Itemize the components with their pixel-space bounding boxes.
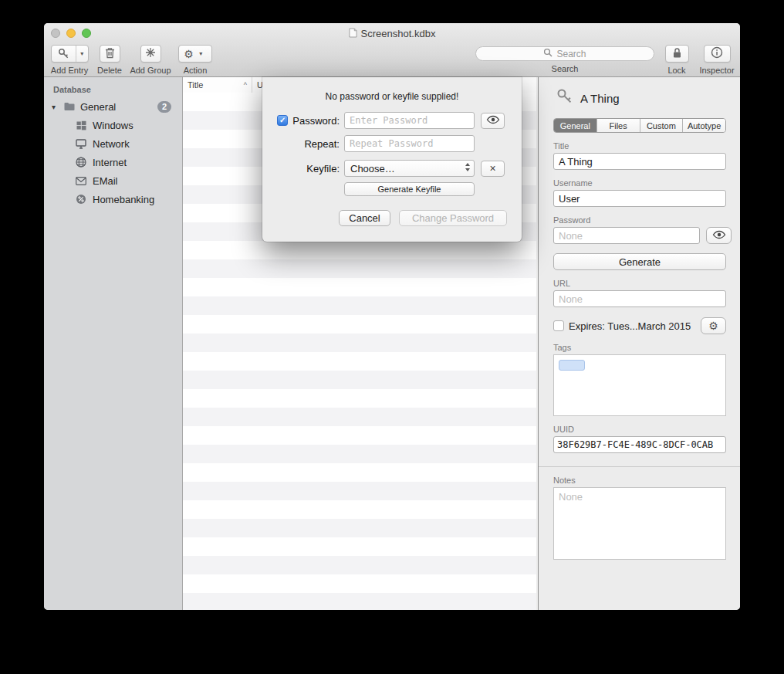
title-field-label: Title: [553, 141, 726, 151]
tab-autotype[interactable]: Autotype: [683, 119, 725, 132]
sidebar-group-label: Windows: [93, 120, 133, 131]
sidebar-group-network[interactable]: Network: [44, 134, 182, 153]
repeat-label: Repeat:: [304, 138, 340, 150]
dialog-message: No password or keyfile supplied!: [262, 77, 522, 102]
inspector-tabs: General Files Custom Autotype: [553, 118, 726, 133]
title-field[interactable]: [553, 153, 726, 170]
tags-field[interactable]: [553, 354, 726, 416]
generate-password-button[interactable]: Generate: [553, 253, 726, 270]
inspector-label: Inspector: [699, 66, 734, 75]
globe-icon: [75, 157, 87, 168]
minimize-button[interactable]: [66, 29, 76, 38]
tag-pill[interactable]: [559, 360, 585, 371]
toolbar-item-add-group: Add Group: [129, 45, 172, 75]
chevron-down-icon: ▾: [195, 50, 207, 57]
search-icon: [543, 48, 553, 59]
eye-icon: [486, 115, 500, 127]
network-icon: [75, 139, 87, 149]
add-group-button[interactable]: [140, 45, 161, 63]
homebanking-icon: [75, 194, 87, 205]
chevron-down-icon[interactable]: ▾: [76, 50, 88, 57]
entry-title: A Thing: [580, 92, 620, 105]
close-button[interactable]: [51, 29, 60, 38]
folder-icon: [63, 102, 76, 111]
toolbar-item-search: Search Search: [475, 45, 654, 73]
inspector-divider: [539, 466, 740, 467]
password-label: Password:: [292, 115, 340, 127]
keyfile-row: Keyfile: Choose… ×: [273, 160, 511, 177]
sidebar-group-internet[interactable]: Internet: [44, 153, 182, 171]
action-label: Action: [184, 66, 208, 75]
envelope-icon: [75, 177, 87, 185]
zoom-button[interactable]: [82, 29, 91, 38]
sidebar: Database ▾ General 2 Windows Network: [44, 77, 183, 610]
notes-field[interactable]: [553, 487, 726, 560]
app-window: Screenshot.kdbx ▾ Add Entry Delete: [44, 23, 740, 610]
add-entry-button[interactable]: ▾: [51, 45, 89, 63]
change-password-sheet: No password or keyfile supplied! ✓ Passw…: [262, 77, 522, 242]
column-header-title[interactable]: Title ^: [183, 77, 252, 93]
delete-button[interactable]: [100, 45, 120, 63]
cancel-button[interactable]: Cancel: [339, 210, 390, 226]
url-field-label: URL: [553, 279, 726, 288]
keyfile-value: Choose…: [350, 163, 395, 174]
disclosure-triangle-icon[interactable]: ▾: [52, 103, 63, 111]
expires-settings-button[interactable]: ⚙: [701, 317, 726, 334]
tags-label: Tags: [553, 343, 726, 352]
info-icon: [711, 46, 723, 61]
expires-checkbox[interactable]: [553, 320, 564, 331]
toolbar-item-action: ⚙ ▾ Action: [177, 45, 214, 75]
window-title-area: Screenshot.kdbx: [137, 27, 647, 40]
sidebar-group-general[interactable]: ▾ General 2: [44, 97, 182, 116]
traffic-lights: [51, 29, 91, 38]
search-input[interactable]: Search: [475, 46, 654, 61]
window-chrome: Screenshot.kdbx ▾ Add Entry Delete: [44, 23, 740, 77]
username-field[interactable]: [553, 190, 726, 207]
tab-custom[interactable]: Custom: [640, 119, 684, 132]
password-checkbox[interactable]: ✓: [277, 115, 288, 126]
keyfile-popup[interactable]: Choose…: [344, 160, 475, 177]
count-badge: 2: [157, 101, 171, 113]
uuid-field[interactable]: [553, 436, 726, 453]
tab-files[interactable]: Files: [597, 119, 640, 132]
sidebar-group-label: General: [80, 101, 116, 113]
inspector-button[interactable]: [704, 45, 731, 63]
tab-general[interactable]: General: [554, 119, 597, 132]
lock-button[interactable]: [665, 45, 689, 63]
toolbar-item-inspector: Inspector: [697, 45, 737, 75]
sidebar-group-homebanking[interactable]: Homebanking: [44, 190, 182, 208]
sidebar-group-windows[interactable]: Windows: [44, 116, 182, 134]
password-input[interactable]: [344, 112, 475, 129]
password-field[interactable]: [553, 227, 700, 244]
show-password-button[interactable]: [481, 113, 505, 129]
generate-keyfile-button[interactable]: Generate Keyfile: [344, 182, 475, 196]
clear-keyfile-button[interactable]: ×: [481, 161, 505, 177]
close-icon: ×: [489, 163, 495, 174]
lock-icon: [672, 47, 682, 61]
sort-ascending-icon: ^: [244, 81, 247, 89]
show-password-button[interactable]: [706, 227, 732, 244]
check-icon: ✓: [279, 117, 286, 124]
sidebar-group-email[interactable]: EMail: [44, 171, 182, 190]
sidebar-group-label: Homebanking: [93, 194, 154, 205]
generate-keyfile-row: Generate Keyfile: [273, 182, 511, 196]
repeat-row: Repeat:: [273, 135, 511, 152]
expires-label: Expires: Tues...March 2015: [569, 320, 696, 332]
url-field[interactable]: [553, 290, 726, 307]
password-field-label: Password: [553, 215, 726, 225]
sidebar-group-label: Internet: [93, 157, 127, 168]
change-password-button[interactable]: Change Password: [399, 210, 507, 226]
toolbar-item-delete: Delete: [95, 45, 124, 75]
expires-row: Expires: Tues...March 2015 ⚙: [553, 317, 726, 334]
keyfile-label: Keyfile:: [306, 163, 340, 174]
repeat-input[interactable]: [344, 135, 475, 152]
eye-icon: [712, 230, 726, 242]
sidebar-group-label: Network: [93, 138, 130, 150]
toolbar-item-add-entry: ▾ Add Entry: [49, 45, 90, 75]
dialog-actions: Cancel Change Password: [277, 210, 507, 226]
key-icon: [52, 46, 76, 62]
action-button[interactable]: ⚙ ▾: [178, 45, 212, 63]
window-title: Screenshot.kdbx: [361, 28, 436, 39]
sidebar-group-label: EMail: [93, 175, 118, 187]
username-field-label: Username: [553, 178, 726, 188]
